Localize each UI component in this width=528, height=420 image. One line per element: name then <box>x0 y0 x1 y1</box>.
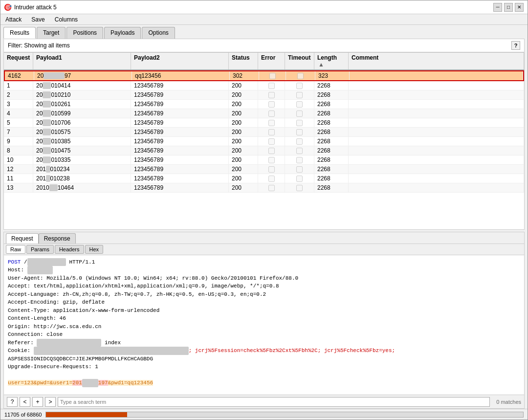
nav-prev-button[interactable]: < <box>20 397 30 407</box>
cell-status: 200 <box>229 118 258 127</box>
cell-comment <box>350 71 523 80</box>
menu-bar: Attack Save Columns <box>0 14 528 25</box>
maximize-button[interactable]: □ <box>504 3 513 12</box>
format-tab-params[interactable]: Params <box>26 245 54 254</box>
status-text: 11705 of 68860 <box>4 412 42 418</box>
tab-response[interactable]: Response <box>39 233 76 243</box>
cell-payload1: 20██010414 <box>33 81 131 90</box>
cell-timeout <box>286 71 315 80</box>
cell-error <box>258 146 285 155</box>
table-row[interactable]: 4162 20█████97 qq123456 302 323 <box>4 70 524 81</box>
cell-length: 2268 <box>314 155 349 164</box>
table-row[interactable]: 5 20██010706 123456789 200 2268 <box>4 118 524 128</box>
cell-comment <box>349 165 524 174</box>
cell-timeout <box>285 90 314 99</box>
col-header-status[interactable]: Status <box>229 53 258 69</box>
col-header-error[interactable]: Error <box>258 53 285 69</box>
cell-payload2: 123456789 <box>131 90 229 99</box>
cell-timeout <box>285 81 314 90</box>
cell-status: 200 <box>229 165 258 174</box>
cell-error <box>258 174 285 183</box>
cell-error <box>258 100 285 109</box>
table-row[interactable]: 8 20██010475 123456789 200 2268 <box>4 146 524 155</box>
cell-comment <box>349 109 524 118</box>
cell-payload2: 123456789 <box>131 81 229 90</box>
cell-payload1: 20██010475 <box>33 146 131 155</box>
cell-status: 302 <box>230 71 259 80</box>
cell-length: 2268 <box>314 109 349 118</box>
format-tab-hex[interactable]: Hex <box>85 245 104 254</box>
cell-payload1: 20██010385 <box>33 137 131 146</box>
cell-payload1: 20██010261 <box>33 100 131 109</box>
cell-request: 7 <box>4 128 33 136</box>
format-tab-raw[interactable]: Raw <box>6 245 25 254</box>
cell-request: 11 <box>4 174 33 183</box>
cell-payload2: 123456789 <box>131 118 229 127</box>
cell-timeout <box>285 128 314 136</box>
table-row[interactable]: 3 20██010261 123456789 200 2268 <box>4 100 524 109</box>
window-controls: ─ □ ✕ <box>493 3 524 12</box>
col-header-payload1[interactable]: Payload1 <box>33 53 131 69</box>
cell-status: 200 <box>229 109 258 118</box>
col-header-request[interactable]: Request <box>4 53 33 69</box>
nav-forward-button[interactable]: > <box>45 397 56 407</box>
col-header-length[interactable]: Length ▲ <box>314 53 349 69</box>
table-body: 4162 20█████97 qq123456 302 323 1 20██01… <box>4 70 524 193</box>
cell-comment <box>349 128 524 136</box>
search-input[interactable] <box>58 397 490 407</box>
cell-status: 200 <box>229 174 258 183</box>
menu-columns[interactable]: Columns <box>52 15 81 24</box>
help-button[interactable]: ? <box>511 41 520 50</box>
cell-payload1: 20██010335 <box>33 155 131 164</box>
menu-save[interactable]: Save <box>28 15 47 24</box>
tab-request[interactable]: Request <box>6 233 39 243</box>
tab-payloads[interactable]: Payloads <box>104 27 141 39</box>
cell-payload2: 123456789 <box>131 155 229 164</box>
tab-options[interactable]: Options <box>142 27 175 39</box>
tab-target[interactable]: Target <box>37 27 66 39</box>
filter-text: Filter: Showing all items <box>8 42 70 49</box>
cell-comment <box>349 146 524 155</box>
table-row[interactable]: 10 20██010335 123456789 200 2268 <box>4 155 524 165</box>
tab-results[interactable]: Results <box>3 27 36 39</box>
nav-next-button[interactable]: + <box>32 397 43 407</box>
cell-status: 200 <box>229 146 258 155</box>
table-row[interactable]: 1 20██010414 123456789 200 2268 <box>4 81 524 90</box>
cell-request: 1 <box>4 81 33 90</box>
match-count: 0 matches <box>492 399 521 405</box>
cell-request: 8 <box>4 146 33 155</box>
cell-payload2: 123456789 <box>131 109 229 118</box>
tab-positions[interactable]: Positions <box>66 27 103 39</box>
cell-length: 2268 <box>314 174 349 183</box>
cell-request: 10 <box>4 155 33 164</box>
results-table: Request Payload1 Payload2 Status Error T… <box>3 52 525 230</box>
format-tab-headers[interactable]: Headers <box>55 245 84 254</box>
menu-attack[interactable]: Attack <box>2 15 24 24</box>
minimize-button[interactable]: ─ <box>493 3 502 12</box>
table-row[interactable]: 4 20██010599 123456789 200 2268 <box>4 109 524 118</box>
cell-payload1: 201█010238 <box>33 174 131 183</box>
col-header-timeout[interactable]: Timeout <box>285 53 314 69</box>
table-row[interactable]: 7 20██010575 123456789 200 2268 <box>4 128 524 137</box>
table-row[interactable]: 11 201█010238 123456789 200 2268 <box>4 174 524 183</box>
col-header-payload2[interactable]: Payload2 <box>131 53 229 69</box>
help-small-button[interactable]: ? <box>7 397 18 407</box>
cell-comment <box>349 90 524 99</box>
col-header-comment[interactable]: Comment <box>349 53 524 69</box>
table-row[interactable]: 2 20██010210 123456789 200 2268 <box>4 90 524 100</box>
cell-status: 200 <box>229 137 258 146</box>
cell-payload2: 123456789 <box>131 100 229 109</box>
cell-length: 2268 <box>314 137 349 146</box>
cell-timeout <box>285 174 314 183</box>
cell-error <box>258 128 285 136</box>
request-content: POST /████████████ HTTP/1.1 Host: ██████… <box>4 255 524 395</box>
table-row[interactable]: 9 20██010385 123456789 200 2268 <box>4 137 524 146</box>
cell-length: 2268 <box>314 165 349 174</box>
cell-payload1: 20██010599 <box>33 109 131 118</box>
table-row[interactable]: 12 201█010234 123456789 200 2268 <box>4 165 524 174</box>
cell-payload2: 123456789 <box>131 146 229 155</box>
table-row[interactable]: 13 2010██10464 123456789 200 2268 <box>4 183 524 193</box>
close-button[interactable]: ✕ <box>515 3 524 12</box>
cell-timeout <box>285 183 314 192</box>
status-bar: 11705 of 68860 <box>0 409 528 420</box>
